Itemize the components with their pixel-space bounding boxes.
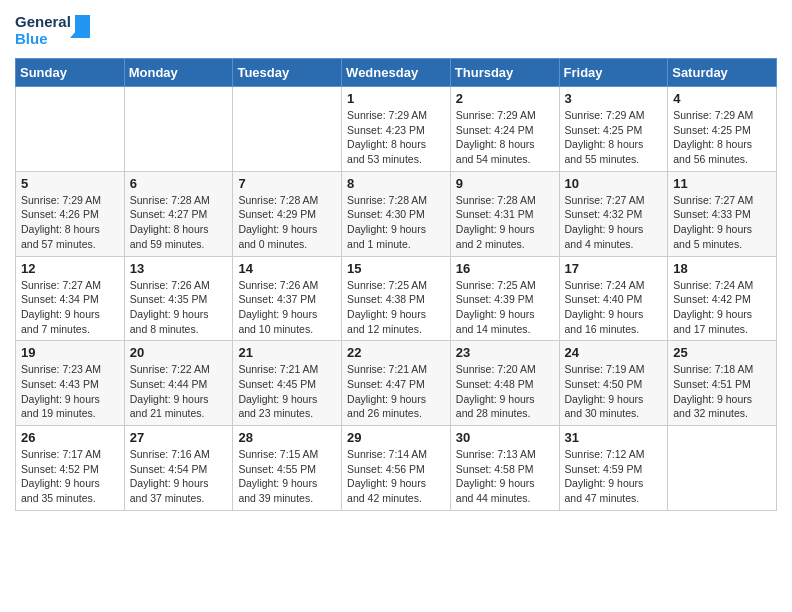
- calendar-cell: 25Sunrise: 7:18 AM Sunset: 4:51 PM Dayli…: [668, 341, 777, 426]
- day-number: 30: [456, 430, 554, 445]
- calendar-cell: 1Sunrise: 7:29 AM Sunset: 4:23 PM Daylig…: [342, 87, 451, 172]
- calendar-cell: 9Sunrise: 7:28 AM Sunset: 4:31 PM Daylig…: [450, 171, 559, 256]
- day-number: 2: [456, 91, 554, 106]
- day-number: 7: [238, 176, 336, 191]
- calendar-cell: 31Sunrise: 7:12 AM Sunset: 4:59 PM Dayli…: [559, 426, 668, 511]
- calendar-cell: 23Sunrise: 7:20 AM Sunset: 4:48 PM Dayli…: [450, 341, 559, 426]
- page-header: GeneralBlue: [15, 10, 777, 50]
- day-info: Sunrise: 7:24 AM Sunset: 4:42 PM Dayligh…: [673, 278, 771, 337]
- day-info: Sunrise: 7:29 AM Sunset: 4:26 PM Dayligh…: [21, 193, 119, 252]
- calendar-cell: 17Sunrise: 7:24 AM Sunset: 4:40 PM Dayli…: [559, 256, 668, 341]
- calendar-cell: 3Sunrise: 7:29 AM Sunset: 4:25 PM Daylig…: [559, 87, 668, 172]
- logo-icon: GeneralBlue: [15, 10, 95, 50]
- day-info: Sunrise: 7:28 AM Sunset: 4:29 PM Dayligh…: [238, 193, 336, 252]
- day-number: 14: [238, 261, 336, 276]
- day-number: 17: [565, 261, 663, 276]
- calendar-cell: 28Sunrise: 7:15 AM Sunset: 4:55 PM Dayli…: [233, 426, 342, 511]
- logo: GeneralBlue: [15, 10, 95, 50]
- calendar-week-2: 5Sunrise: 7:29 AM Sunset: 4:26 PM Daylig…: [16, 171, 777, 256]
- day-info: Sunrise: 7:12 AM Sunset: 4:59 PM Dayligh…: [565, 447, 663, 506]
- day-info: Sunrise: 7:14 AM Sunset: 4:56 PM Dayligh…: [347, 447, 445, 506]
- calendar-cell: 7Sunrise: 7:28 AM Sunset: 4:29 PM Daylig…: [233, 171, 342, 256]
- day-info: Sunrise: 7:16 AM Sunset: 4:54 PM Dayligh…: [130, 447, 228, 506]
- calendar-cell: 16Sunrise: 7:25 AM Sunset: 4:39 PM Dayli…: [450, 256, 559, 341]
- day-number: 21: [238, 345, 336, 360]
- calendar-table: SundayMondayTuesdayWednesdayThursdayFrid…: [15, 58, 777, 511]
- day-number: 5: [21, 176, 119, 191]
- day-info: Sunrise: 7:29 AM Sunset: 4:25 PM Dayligh…: [673, 108, 771, 167]
- day-info: Sunrise: 7:22 AM Sunset: 4:44 PM Dayligh…: [130, 362, 228, 421]
- calendar-cell: 30Sunrise: 7:13 AM Sunset: 4:58 PM Dayli…: [450, 426, 559, 511]
- calendar-cell: [233, 87, 342, 172]
- day-number: 13: [130, 261, 228, 276]
- calendar-cell: 22Sunrise: 7:21 AM Sunset: 4:47 PM Dayli…: [342, 341, 451, 426]
- day-info: Sunrise: 7:28 AM Sunset: 4:30 PM Dayligh…: [347, 193, 445, 252]
- day-info: Sunrise: 7:19 AM Sunset: 4:50 PM Dayligh…: [565, 362, 663, 421]
- day-info: Sunrise: 7:26 AM Sunset: 4:35 PM Dayligh…: [130, 278, 228, 337]
- calendar-cell: [16, 87, 125, 172]
- day-number: 31: [565, 430, 663, 445]
- calendar-cell: 11Sunrise: 7:27 AM Sunset: 4:33 PM Dayli…: [668, 171, 777, 256]
- calendar-cell: 20Sunrise: 7:22 AM Sunset: 4:44 PM Dayli…: [124, 341, 233, 426]
- day-number: 6: [130, 176, 228, 191]
- day-number: 19: [21, 345, 119, 360]
- day-info: Sunrise: 7:24 AM Sunset: 4:40 PM Dayligh…: [565, 278, 663, 337]
- day-info: Sunrise: 7:13 AM Sunset: 4:58 PM Dayligh…: [456, 447, 554, 506]
- day-number: 3: [565, 91, 663, 106]
- day-info: Sunrise: 7:29 AM Sunset: 4:23 PM Dayligh…: [347, 108, 445, 167]
- day-info: Sunrise: 7:25 AM Sunset: 4:38 PM Dayligh…: [347, 278, 445, 337]
- day-info: Sunrise: 7:17 AM Sunset: 4:52 PM Dayligh…: [21, 447, 119, 506]
- calendar-cell: 18Sunrise: 7:24 AM Sunset: 4:42 PM Dayli…: [668, 256, 777, 341]
- calendar-cell: 29Sunrise: 7:14 AM Sunset: 4:56 PM Dayli…: [342, 426, 451, 511]
- day-info: Sunrise: 7:28 AM Sunset: 4:31 PM Dayligh…: [456, 193, 554, 252]
- svg-text:General: General: [15, 13, 71, 30]
- calendar-cell: 2Sunrise: 7:29 AM Sunset: 4:24 PM Daylig…: [450, 87, 559, 172]
- day-number: 28: [238, 430, 336, 445]
- day-info: Sunrise: 7:18 AM Sunset: 4:51 PM Dayligh…: [673, 362, 771, 421]
- day-number: 26: [21, 430, 119, 445]
- calendar-cell: [124, 87, 233, 172]
- day-info: Sunrise: 7:27 AM Sunset: 4:32 PM Dayligh…: [565, 193, 663, 252]
- day-number: 11: [673, 176, 771, 191]
- day-number: 18: [673, 261, 771, 276]
- day-number: 16: [456, 261, 554, 276]
- calendar-week-3: 12Sunrise: 7:27 AM Sunset: 4:34 PM Dayli…: [16, 256, 777, 341]
- calendar-cell: 24Sunrise: 7:19 AM Sunset: 4:50 PM Dayli…: [559, 341, 668, 426]
- calendar-cell: 4Sunrise: 7:29 AM Sunset: 4:25 PM Daylig…: [668, 87, 777, 172]
- day-number: 25: [673, 345, 771, 360]
- calendar-cell: [668, 426, 777, 511]
- day-info: Sunrise: 7:25 AM Sunset: 4:39 PM Dayligh…: [456, 278, 554, 337]
- day-info: Sunrise: 7:21 AM Sunset: 4:47 PM Dayligh…: [347, 362, 445, 421]
- calendar-cell: 14Sunrise: 7:26 AM Sunset: 4:37 PM Dayli…: [233, 256, 342, 341]
- calendar-cell: 21Sunrise: 7:21 AM Sunset: 4:45 PM Dayli…: [233, 341, 342, 426]
- day-info: Sunrise: 7:27 AM Sunset: 4:33 PM Dayligh…: [673, 193, 771, 252]
- day-number: 9: [456, 176, 554, 191]
- day-info: Sunrise: 7:21 AM Sunset: 4:45 PM Dayligh…: [238, 362, 336, 421]
- calendar-cell: 12Sunrise: 7:27 AM Sunset: 4:34 PM Dayli…: [16, 256, 125, 341]
- calendar-header: SundayMondayTuesdayWednesdayThursdayFrid…: [16, 59, 777, 87]
- day-number: 29: [347, 430, 445, 445]
- day-number: 10: [565, 176, 663, 191]
- calendar-cell: 27Sunrise: 7:16 AM Sunset: 4:54 PM Dayli…: [124, 426, 233, 511]
- day-info: Sunrise: 7:26 AM Sunset: 4:37 PM Dayligh…: [238, 278, 336, 337]
- day-info: Sunrise: 7:29 AM Sunset: 4:24 PM Dayligh…: [456, 108, 554, 167]
- day-number: 20: [130, 345, 228, 360]
- day-number: 22: [347, 345, 445, 360]
- calendar-week-4: 19Sunrise: 7:23 AM Sunset: 4:43 PM Dayli…: [16, 341, 777, 426]
- calendar-cell: 15Sunrise: 7:25 AM Sunset: 4:38 PM Dayli…: [342, 256, 451, 341]
- day-number: 4: [673, 91, 771, 106]
- svg-text:Blue: Blue: [15, 30, 48, 47]
- day-number: 8: [347, 176, 445, 191]
- day-number: 27: [130, 430, 228, 445]
- calendar-cell: 13Sunrise: 7:26 AM Sunset: 4:35 PM Dayli…: [124, 256, 233, 341]
- weekday-header-saturday: Saturday: [668, 59, 777, 87]
- day-info: Sunrise: 7:23 AM Sunset: 4:43 PM Dayligh…: [21, 362, 119, 421]
- day-info: Sunrise: 7:15 AM Sunset: 4:55 PM Dayligh…: [238, 447, 336, 506]
- calendar-cell: 6Sunrise: 7:28 AM Sunset: 4:27 PM Daylig…: [124, 171, 233, 256]
- weekday-header-monday: Monday: [124, 59, 233, 87]
- day-info: Sunrise: 7:29 AM Sunset: 4:25 PM Dayligh…: [565, 108, 663, 167]
- calendar-cell: 8Sunrise: 7:28 AM Sunset: 4:30 PM Daylig…: [342, 171, 451, 256]
- day-info: Sunrise: 7:20 AM Sunset: 4:48 PM Dayligh…: [456, 362, 554, 421]
- calendar-cell: 5Sunrise: 7:29 AM Sunset: 4:26 PM Daylig…: [16, 171, 125, 256]
- day-info: Sunrise: 7:27 AM Sunset: 4:34 PM Dayligh…: [21, 278, 119, 337]
